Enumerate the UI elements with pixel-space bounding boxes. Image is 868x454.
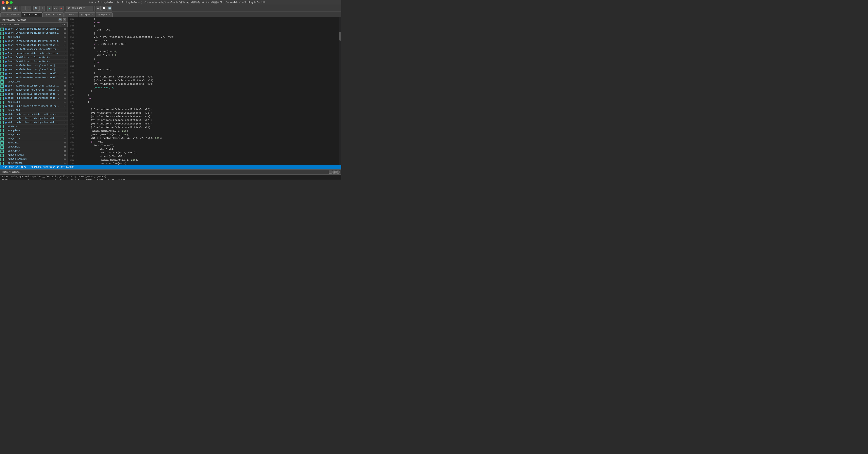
fn-list-item[interactable]: fsub_A1A30.tc [0, 108, 68, 112]
code-content[interactable]: 253 }254 else255 {256 v45 = v63;257 }258… [68, 17, 339, 165]
line-number: 254 [68, 22, 76, 24]
fn-list-item[interactable]: fJson::StreamWriterBuilder::operator[](s… [0, 43, 68, 47]
fn-item-se: .tc [60, 146, 67, 148]
output-maximize-btn[interactable]: ◻ [333, 170, 336, 174]
debugger-selector[interactable]: No debugger ▼ [66, 6, 93, 11]
fn-list-item[interactable]: fsub_A1900.tc [0, 80, 68, 84]
toolbar-btn-misc2[interactable]: 💬 [101, 6, 106, 11]
functions-panel: Functions window 🔍 ✕ Function name Se fJ… [0, 17, 68, 165]
tab-close-icon[interactable]: ✕ [24, 13, 26, 16]
fn-list-item[interactable]: fsub_A244A.tc [0, 149, 68, 153]
fn-item-dot [5, 53, 7, 55]
line-number: 259 [68, 39, 76, 42]
tab-enums[interactable]: ✕ Enums [64, 12, 78, 17]
tab-exports[interactable]: ✕ Exports [96, 12, 113, 17]
fn-list-item[interactable]: fJson::writeString(Json::StreamWriter::F… [0, 47, 68, 52]
functions-close-btn[interactable]: ✕ [63, 18, 66, 22]
tab-close-icon[interactable]: ✕ [45, 13, 47, 16]
toolbar: 📄 📂 💾 ← → 🔍 →| ▶ ▮▮ ■ No debugger ▼ ⚙ 💬 … [0, 5, 341, 12]
tab-imports[interactable]: ✕ Imports [79, 12, 95, 17]
maximize-button[interactable] [10, 1, 13, 4]
fn-list-item[interactable]: fJson::operator<<(std::__ndk1::basic_ost… [0, 52, 68, 56]
fn-list-item[interactable]: fJson::StyledWriter::~StyledWriter().tc [0, 68, 68, 72]
fn-list-item[interactable]: fJson::StyledWriter::~StyledWriter().tc [0, 64, 68, 68]
fn-list-item[interactable]: fstd::__ndk1::basic_string<char,std::__n… [0, 96, 68, 100]
code-line: 257 } [68, 32, 339, 35]
tab-close-icon[interactable]: ✕ [98, 13, 100, 16]
scrollbar-thumb[interactable] [339, 32, 341, 41]
fn-list-item[interactable]: fsub_A19D4.tc [0, 100, 68, 104]
fn-list-item[interactable]: fstd::__ndk1::basic_string<char,std::__n… [0, 117, 68, 121]
fn-list-item[interactable]: fsub_A1C74.tc [0, 137, 68, 141]
line-code-text: } [80, 72, 95, 74]
toolbar-btn-new[interactable]: 📄 [1, 6, 6, 11]
toolbar-btn-search[interactable]: 🔍 [33, 6, 39, 11]
code-line: 258 v48 = (v5->functions->CallBooleanMet… [68, 35, 339, 39]
toolbar-btn-misc1[interactable]: ⚙ [96, 6, 101, 11]
toolbar-btn-stop[interactable]: ■ [59, 6, 64, 11]
toolbar-btn-forward[interactable]: → [26, 6, 31, 11]
line-code-text: v53 = strcpy(&v75, dest), [80, 151, 137, 154]
fn-list-item[interactable]: fJson::BuiltStyledStreamWriter::~BuiltSt… [0, 72, 68, 76]
fn-list-item[interactable]: fMD5Update.tc [0, 129, 68, 133]
toolbar-btn-pause[interactable]: ▮▮ [53, 6, 58, 11]
fn-list-item[interactable]: fMDByte Array16.tc [0, 157, 68, 161]
fn-list-item[interactable]: fsub_A1C62.tc [0, 133, 68, 137]
fn-item-name: sub_A1C62 [8, 133, 60, 136]
fn-list-item[interactable]: fstd::__ndk1::basic_string<char,std::__n… [0, 121, 68, 125]
toolbar-btn-save[interactable]: 💾 [13, 6, 18, 11]
tab-close-icon[interactable]: ✕ [81, 13, 83, 16]
fn-list-item[interactable]: fstd::__ndk1::vector<std::__ndk1::basic_… [0, 112, 68, 117]
toolbar-btn-open[interactable]: 📂 [7, 6, 12, 11]
fn-item-name: MD5Init [8, 125, 60, 128]
tab-close-icon[interactable]: ✕ [3, 13, 4, 16]
toolbar-btn-goto[interactable]: →| [39, 6, 45, 11]
fn-item-icon: f [0, 68, 4, 71]
toolbar-btn-run[interactable]: ▶ [47, 6, 52, 11]
tab-label: Structures [48, 13, 61, 16]
fn-list-item[interactable]: fMD5Init.tc [0, 125, 68, 129]
fn-item-se: .tc [60, 97, 67, 99]
fn-list-item[interactable]: fstd::__ndk1::basic_string<char,std::__n… [0, 92, 68, 96]
fn-list-item[interactable]: fstd::__ndk1::char_traits<char>::find(ch… [0, 104, 68, 108]
functions-search-btn[interactable]: 🔍 [59, 18, 62, 22]
minimize-button[interactable] [6, 1, 8, 4]
toolbar-btn-misc3[interactable]: 🆕 [107, 6, 112, 11]
output-close-btn[interactable]: ✕ [336, 170, 340, 174]
fn-list-item[interactable]: fgetBytesMd5.tc [0, 161, 68, 165]
fn-list-item[interactable]: fJson::StreamWriterBuilder::~StreamWrite… [0, 27, 68, 31]
code-line: 286 v51 = j_getByteHash(v5, v6, v10, v7,… [68, 136, 339, 140]
tab-functions-b[interactable]: ✕ IDA View-B [0, 12, 21, 17]
output-minimize-btn[interactable]: − [329, 170, 332, 174]
line-number: 291 [68, 155, 76, 158]
fn-list-item[interactable]: fJson::StreamWriterBuilder::validate(Jso… [0, 39, 68, 43]
line-code-text: (v5->functions->DeleteLocalRef)(v5, v58)… [80, 79, 155, 82]
fn-list-item[interactable]: fJson::fixNumericLocale<std::__ndk1::__w… [0, 84, 68, 88]
code-line: 280 (v5->functions->DeleteLocalRef)(v5, … [68, 115, 339, 118]
fn-item-name: MDByte Array16 [8, 158, 60, 160]
fn-list-item[interactable]: fJson::FastWriter::~FastWriter().tc [0, 56, 68, 60]
toolbar-btn-back[interactable]: ← [21, 6, 26, 11]
fn-list-item[interactable]: fJson::FastWriter::~FastWriter().tc [0, 60, 68, 64]
fn-list-item[interactable]: fMDByte Array.tc [0, 153, 68, 157]
line-number: 283 [68, 126, 76, 129]
right-scrollbar[interactable] [339, 17, 341, 165]
line-code-text: else [80, 61, 100, 64]
tab-close-icon[interactable]: ✕ [67, 13, 68, 16]
fn-item-icon: f [0, 113, 4, 116]
fn-list-item[interactable]: fsub_A14EC.tc [0, 35, 68, 39]
close-button[interactable] [2, 1, 4, 4]
fn-list-item[interactable]: fJson::StreamWriterBuilder::~StreamWrite… [0, 31, 68, 35]
fn-list-item[interactable]: fJson::fixZerosinTheEnd<std::__ndk1::__w… [0, 88, 68, 92]
line-number: 257 [68, 32, 76, 35]
fn-item-icon: f [0, 60, 4, 63]
fn-item-se: .tc [60, 105, 67, 107]
fn-list-item[interactable]: fsub_A241C.tc [0, 145, 68, 149]
fn-item-name: Json::StreamWriterBuilder::validate(Json… [8, 40, 60, 42]
fn-list-item[interactable]: fMD5Final.tc [0, 141, 68, 145]
fn-list-item[interactable]: fJson::BuiltStyledStreamWriter::~BuiltSt… [0, 76, 68, 80]
tab-structures[interactable]: ✕ Structures [43, 12, 64, 17]
fn-item-se: .tc [60, 162, 67, 164]
tab-ida-view-b[interactable]: ✕ IDA View-C [22, 12, 42, 17]
code-line: 266 { [68, 64, 339, 68]
